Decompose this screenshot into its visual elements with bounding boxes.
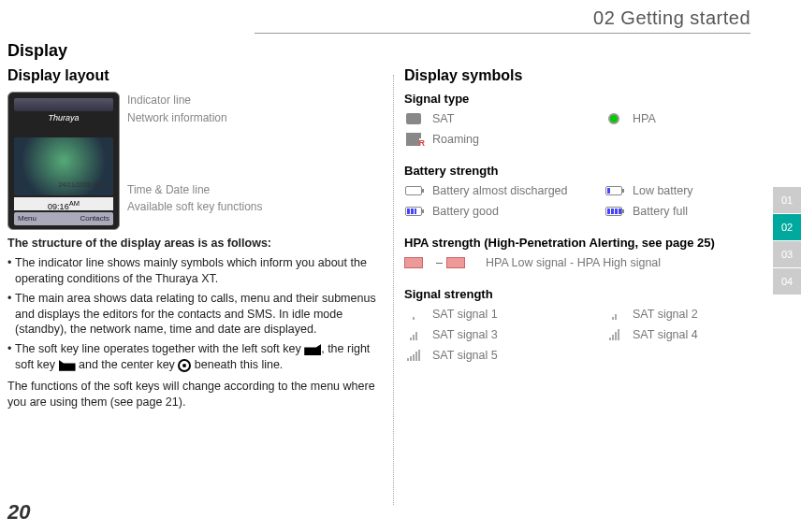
callout-timedate: Time & Date line	[127, 181, 263, 199]
signal-2-label: SAT signal 2	[633, 308, 698, 321]
battery-full-icon	[604, 204, 623, 219]
section-title: Display	[7, 41, 67, 61]
signal-4-label: SAT signal 4	[633, 328, 698, 341]
bullet-3-text: The soft key line operates together with…	[15, 341, 378, 373]
callout-network: Network information	[127, 109, 263, 127]
bullet-1-text: The indicator line shows mainly symbols …	[15, 255, 378, 287]
phone-date: 24/11/2008 Mon	[58, 179, 106, 192]
roaming-label: Roaming	[432, 133, 479, 146]
callout-softkeys: Available soft key functions	[127, 198, 263, 216]
battery-full-label: Battery full	[633, 205, 688, 218]
heading-hpa-strength: HPA strength (High-Penetration Alerting,…	[404, 236, 760, 250]
heading-signal-type: Signal type	[404, 92, 760, 106]
signal-5-label: SAT signal 5	[432, 349, 498, 362]
hpa-high-bar-icon	[446, 255, 465, 270]
battery-almost-label: Battery almost discharged	[432, 184, 568, 197]
heading-display-symbols: Display symbols	[404, 67, 760, 84]
hpa-range-label: HPA Low signal - HPA High signal	[486, 256, 661, 269]
phone-time: 09:16	[48, 202, 69, 211]
hpa-range-sep: –	[436, 256, 443, 269]
hpa-low-bar-icon	[404, 255, 423, 270]
right-softkey-icon	[59, 360, 76, 371]
battery-low-icon	[604, 183, 623, 198]
phone-ampm: AM	[69, 199, 80, 208]
bullet-2: • The main area shows data relating to c…	[7, 291, 378, 338]
bullet-3: • The soft key line operates together wi…	[7, 341, 378, 373]
side-tabs: 01 02 03 04	[773, 187, 801, 295]
battery-good-label: Battery good	[432, 205, 499, 218]
signal-4-icon	[604, 327, 623, 342]
phone-brand: Thuraya	[14, 113, 113, 122]
center-key-icon	[178, 359, 191, 372]
signal-5-icon	[404, 348, 423, 363]
battery-good-icon	[404, 204, 423, 219]
hpa-icon	[604, 111, 623, 126]
column-divider	[393, 75, 394, 505]
side-tab-02[interactable]: 02	[773, 214, 801, 240]
softkey-footer-text: The functions of the soft keys will chan…	[7, 379, 378, 410]
chapter-header: 02 Getting started	[255, 7, 750, 34]
phone-softkey-right: Contacts	[80, 212, 109, 225]
heading-battery: Battery strength	[404, 164, 760, 178]
battery-low-label: Low battery	[633, 184, 693, 197]
sat-icon	[404, 111, 423, 126]
column-right: Display symbols Signal type SAT HPA Roam…	[404, 67, 760, 368]
column-left: Display layout Thuraya 09:16AM 24/11/200…	[7, 67, 378, 410]
structure-heading: The structure of the display areas is as…	[7, 236, 378, 252]
sat-label: SAT	[432, 112, 454, 125]
signal-3-icon	[404, 327, 423, 342]
side-tab-01[interactable]: 01	[773, 187, 801, 213]
heading-signal-strength: Signal strength	[404, 287, 760, 301]
side-tab-04[interactable]: 04	[773, 268, 801, 295]
bullet-2-text: The main area shows data relating to cal…	[15, 291, 378, 338]
callout-indicator: Indicator line	[127, 92, 263, 109]
roaming-icon	[404, 132, 423, 147]
phone-softkey-left: Menu	[18, 212, 36, 225]
signal-1-icon	[404, 307, 423, 322]
heading-display-layout: Display layout	[7, 67, 378, 84]
left-softkey-icon	[304, 344, 321, 355]
phone-time-line: 09:16AM 24/11/2008 Mon	[14, 197, 113, 210]
signal-2-icon	[604, 307, 623, 322]
signal-1-label: SAT signal 1	[432, 308, 498, 321]
hpa-label: HPA	[633, 112, 656, 125]
phone-softkey-bar: Menu Contacts	[14, 212, 113, 225]
page-number: 20	[7, 500, 30, 525]
signal-3-label: SAT signal 3	[432, 328, 498, 341]
callout-group: Indicator line Network information Time …	[127, 92, 263, 216]
bullet-1: • The indicator line shows mainly symbol…	[7, 255, 378, 287]
battery-almost-icon	[404, 183, 423, 198]
phone-mockup: Thuraya 09:16AM 24/11/2008 Mon Menu Cont…	[7, 92, 120, 230]
side-tab-03[interactable]: 03	[773, 241, 801, 267]
